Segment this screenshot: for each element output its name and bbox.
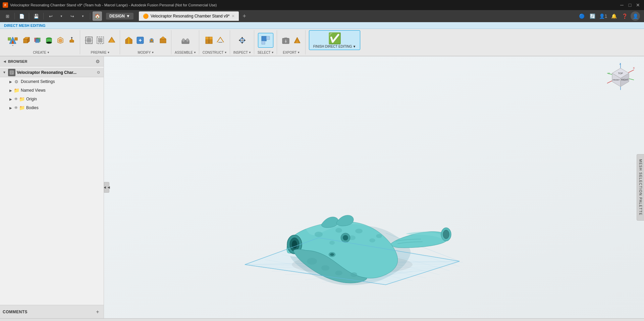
assemble-label: ASSEMBLE bbox=[175, 51, 193, 54]
new-tab-button[interactable]: + bbox=[239, 11, 249, 21]
named-views-expander[interactable]: ▶ bbox=[8, 88, 13, 93]
create-sphere-button[interactable] bbox=[32, 35, 43, 46]
zoom-in-button[interactable] bbox=[301, 320, 311, 321]
notifications-bell-button[interactable]: 🔔 bbox=[609, 11, 619, 21]
tab-close-button[interactable]: ✕ bbox=[231, 14, 235, 18]
help-button[interactable]: ❓ bbox=[620, 11, 629, 21]
mesh-selection-palette[interactable]: MESH SELECTION PALETTE bbox=[637, 154, 644, 221]
document-pin-button[interactable]: ⊙ bbox=[96, 70, 101, 75]
home-button[interactable]: 🏠 bbox=[93, 11, 102, 21]
create-cylinder-button[interactable] bbox=[44, 35, 54, 46]
select-main-button[interactable] bbox=[258, 33, 273, 48]
create-main-button[interactable]: + bbox=[5, 33, 20, 47]
origin-folder-icon: 📁 bbox=[19, 96, 25, 102]
origin-item[interactable]: ▶ 👁 📁 Origin bbox=[0, 95, 104, 103]
file-button[interactable]: 📄 bbox=[17, 11, 26, 21]
document-settings-item[interactable]: ▶ ⚙ Document Settings bbox=[0, 77, 104, 86]
ribbon-group-select: SELECT ▼ bbox=[255, 30, 277, 54]
grid-settings-button[interactable] bbox=[336, 320, 348, 321]
modify-btn2[interactable] bbox=[135, 35, 146, 46]
svg-text:Y: Y bbox=[608, 72, 610, 75]
view-cube[interactable]: Z X Y TOP RIGHT FRONT bbox=[605, 61, 636, 92]
collapse-sidebar-button[interactable]: ◄◄ bbox=[104, 182, 109, 193]
origin-visibility-icon[interactable]: 👁 bbox=[13, 96, 19, 102]
close-button[interactable]: ✕ bbox=[635, 2, 641, 8]
ribbon-group-prepare: PREPARE ▼ bbox=[81, 30, 120, 54]
account-button[interactable]: 👤 bbox=[631, 11, 640, 21]
document-settings-label: Document Settings bbox=[21, 79, 101, 84]
prepare-group-label[interactable]: PREPARE ▼ bbox=[91, 51, 110, 54]
create-group-label[interactable]: CREATE ▼ bbox=[33, 51, 50, 54]
active-tab[interactable]: 🟠 Velociraptor Resonating Chamber Stand … bbox=[139, 11, 239, 21]
bodies-expander[interactable]: ▶ bbox=[8, 105, 13, 110]
doc-settings-expander[interactable]: ▶ bbox=[8, 79, 13, 84]
palette-label: MESH SELECTION PALETTE bbox=[639, 159, 642, 216]
pan-button[interactable] bbox=[280, 320, 289, 321]
display-settings-button[interactable] bbox=[323, 320, 335, 321]
construct-icons bbox=[204, 30, 226, 50]
save-button[interactable]: 💾 bbox=[32, 11, 41, 21]
minimize-button[interactable]: ─ bbox=[619, 2, 625, 8]
coil-icon bbox=[56, 36, 65, 45]
undo-dropdown[interactable]: ▼ bbox=[57, 11, 66, 21]
construct-btn2[interactable] bbox=[215, 35, 226, 46]
modify-icons bbox=[123, 30, 168, 50]
document-item[interactable]: ▼ Velociraptor Resonating Char... ⊙ bbox=[0, 68, 104, 77]
construct-btn1[interactable] bbox=[204, 35, 214, 46]
create-coil-button[interactable] bbox=[55, 35, 66, 46]
extrude-icon bbox=[67, 36, 76, 45]
sync-button[interactable]: 🔄 bbox=[588, 11, 597, 21]
workspace-label: DESIGN bbox=[109, 14, 125, 18]
prepare-icon1 bbox=[84, 36, 94, 45]
select-group-label[interactable]: SELECT ▼ bbox=[258, 51, 274, 54]
zoom-out-button[interactable] bbox=[312, 320, 321, 321]
assemble-btn1[interactable] bbox=[180, 35, 191, 46]
export-group-label[interactable]: EXPORT ▼ bbox=[283, 51, 300, 54]
browser-settings-button[interactable]: ⚙ bbox=[94, 58, 101, 65]
notifications-button[interactable]: 🔵 bbox=[577, 11, 586, 21]
workspace-selector[interactable]: DESIGN ▼ bbox=[106, 13, 133, 19]
modify-btn4[interactable] bbox=[158, 35, 168, 46]
origin-expander[interactable]: ▶ bbox=[8, 96, 13, 102]
grid-menu-button[interactable]: ⊞ bbox=[3, 11, 12, 21]
redo-button[interactable]: ↪ bbox=[67, 11, 77, 21]
prepare-btn2[interactable] bbox=[95, 35, 106, 46]
restore-button[interactable]: □ bbox=[627, 2, 633, 8]
modify-btn3[interactable] bbox=[146, 35, 157, 46]
modify-label: MODIFY bbox=[138, 51, 151, 54]
doc-expander[interactable]: ▼ bbox=[3, 71, 8, 74]
create-extrude-button[interactable] bbox=[66, 35, 77, 46]
ribbon-group-modify: MODIFY ▼ bbox=[121, 30, 171, 54]
finish-arrow: ▼ bbox=[353, 45, 356, 48]
svg-marker-46 bbox=[241, 42, 243, 44]
browser-collapse-icon[interactable]: ◄ bbox=[3, 59, 7, 64]
export-btn1[interactable] bbox=[280, 35, 291, 46]
more-button[interactable] bbox=[350, 320, 362, 321]
export-btn2[interactable] bbox=[292, 35, 303, 46]
inspect-group-label[interactable]: INSPECT ▼ bbox=[233, 51, 251, 54]
inspect-btn1[interactable] bbox=[237, 35, 248, 46]
modify-btn1[interactable] bbox=[123, 35, 134, 46]
assemble-group-label[interactable]: ASSEMBLE ▼ bbox=[175, 51, 196, 54]
named-views-item[interactable]: ▶ 📁 Named Views bbox=[0, 86, 104, 95]
finish-direct-editing-button[interactable]: ✅ FINISH DIRECT EDITING ▼ bbox=[309, 30, 361, 50]
add-comment-button[interactable]: + bbox=[94, 309, 101, 315]
svg-rect-5 bbox=[23, 39, 28, 43]
svg-text:Z: Z bbox=[620, 62, 621, 65]
prepare-icons bbox=[84, 30, 117, 50]
redo-dropdown[interactable]: ▼ bbox=[78, 11, 88, 21]
prepare-btn1[interactable] bbox=[84, 35, 94, 46]
prepare-btn3[interactable] bbox=[106, 35, 117, 46]
undo-button[interactable]: ↩ bbox=[46, 11, 55, 21]
bodies-visibility-icon[interactable]: 👁 bbox=[13, 105, 19, 110]
viewport[interactable]: Z X Y TOP RIGHT FRONT MESH SELECTION PAL… bbox=[104, 56, 644, 318]
user-count-button[interactable]: 👤1 bbox=[598, 11, 608, 21]
orbit-button[interactable] bbox=[269, 320, 278, 321]
construct-group-label[interactable]: CONSTRUCT ▼ bbox=[203, 51, 227, 54]
bodies-item[interactable]: ▶ 👁 📁 Bodies bbox=[0, 103, 104, 112]
fit-button[interactable] bbox=[290, 320, 300, 321]
window-title: Velociraptor Resonating Chamber Stand v9… bbox=[10, 3, 217, 7]
modify-group-label[interactable]: MODIFY ▼ bbox=[138, 51, 154, 54]
svg-point-96 bbox=[330, 253, 334, 256]
create-box-button[interactable] bbox=[21, 35, 32, 46]
